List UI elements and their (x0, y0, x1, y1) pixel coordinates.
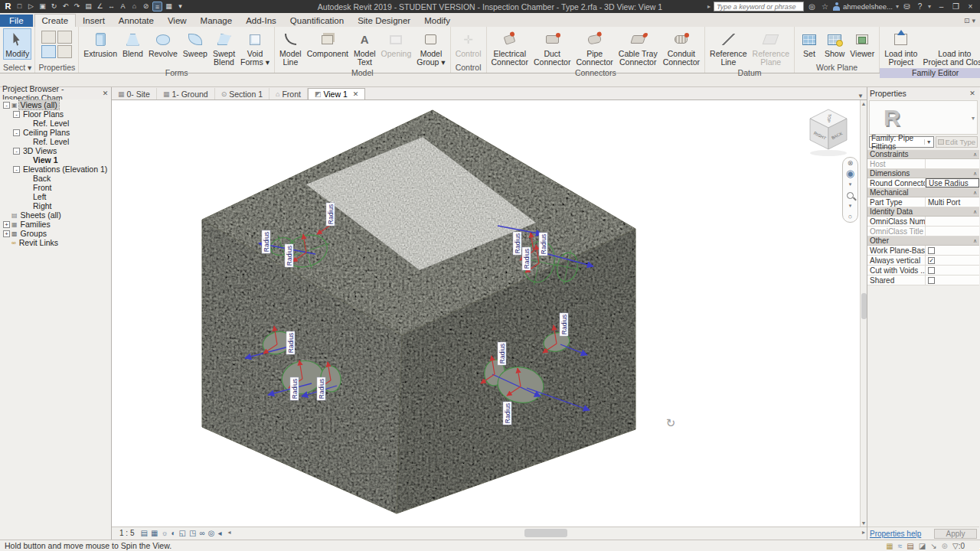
checkbox[interactable] (928, 267, 935, 274)
ribbon-tab-quantification[interactable]: Quantification (283, 15, 351, 27)
wheel-options-caret-icon[interactable]: ▾ (849, 181, 852, 188)
ribbon-tab-annotate[interactable]: Annotate (112, 15, 161, 27)
quick-access-toolbar[interactable]: R□▷▣↻↶↷▤∠↔A⌂⊘≡▦▾ (0, 2, 185, 11)
project-browser-close-icon[interactable]: ✕ (102, 90, 109, 97)
family-category-icon[interactable] (57, 45, 72, 58)
show-crop-icon[interactable]: ◳ (189, 529, 196, 537)
property-value[interactable] (926, 159, 979, 168)
conduit-connector-button[interactable]: ConduitConnector (661, 28, 702, 68)
apply-button[interactable]: Apply (934, 529, 977, 539)
viewer-button[interactable]: Viewer (848, 28, 877, 60)
worksets-icon[interactable]: ▦ (886, 542, 893, 550)
undo-icon[interactable]: ↶ (60, 2, 70, 11)
sun-path-icon[interactable]: ☼ (161, 529, 168, 537)
vertical-scrollbar[interactable]: ▲ ▼ (860, 100, 867, 527)
duct-connector-button[interactable]: DuctConnector (531, 28, 573, 68)
search-input[interactable] (714, 2, 804, 11)
default-3d-view-icon[interactable]: ⌂ (129, 2, 139, 11)
close-button[interactable]: × (963, 2, 978, 11)
property-section-other[interactable]: Other∧ (867, 236, 979, 246)
reveal-hidden-icon[interactable]: ◎ (208, 529, 215, 537)
username[interactable]: ahmedelshee... (843, 2, 893, 11)
ribbon-tab-create[interactable]: Create (34, 14, 77, 27)
properties-palette-icon[interactable] (41, 45, 56, 58)
inspection-chamber-solid[interactable] (202, 110, 635, 514)
collapse-icon[interactable]: - (3, 102, 10, 109)
type-selector-preview[interactable]: R ▾ (869, 100, 978, 135)
properties-close-icon[interactable]: ✕ (968, 90, 977, 97)
text-icon[interactable]: A (118, 2, 128, 11)
redo-icon[interactable]: ↷ (72, 2, 82, 11)
ribbon-tab-insert[interactable]: Insert (76, 15, 112, 27)
model-line-button[interactable]: ModelLine (277, 28, 304, 68)
editable-only-icon[interactable]: ≈ (898, 542, 903, 550)
view-cube[interactable]: TOPRIGHTBACK (810, 109, 847, 156)
user-menu-caret-icon[interactable]: ▾ (896, 3, 899, 10)
view-tab-list-caret-icon[interactable]: ▼ (854, 93, 867, 99)
3d-model-view[interactable]: RadiusRadiusRadiusRadiusRadiusRadiusRadi… (112, 100, 860, 527)
ribbon-toggle-icon[interactable]: ⊡ (964, 17, 970, 24)
new-icon[interactable]: □ (15, 2, 24, 11)
property-value[interactable] (926, 276, 979, 285)
scroll-right-icon[interactable]: ▸ (862, 529, 865, 536)
expand-icon[interactable]: + (3, 230, 10, 237)
property-value[interactable] (926, 217, 979, 226)
view-scale[interactable]: 1 : 5 (116, 528, 137, 538)
steering-wheel-icon[interactable]: ◉ (846, 170, 854, 178)
close-inactive-icon[interactable]: ▦ (164, 2, 174, 11)
view-tab-view-1[interactable]: ◩View 1✕ (308, 88, 365, 99)
property-section-mechanical[interactable]: Mechanical∧ (867, 188, 979, 197)
filter-icon[interactable]: ▽:0 (952, 542, 965, 550)
property-section-constraints[interactable]: Constraints∧ (867, 150, 979, 159)
ribbon-toggle-icon[interactable]: ▾ (972, 17, 975, 24)
sign-in-icon[interactable]: ☆ (820, 2, 830, 11)
navbar-handle-icon[interactable]: ○ (848, 213, 852, 220)
tree-item-view-1[interactable]: View 1 (0, 155, 111, 165)
tree-item-elevations-elevation-1[interactable]: -Elevations (Elevation 1) (0, 165, 111, 174)
tree-item-ceiling-plans[interactable]: -Ceiling Plans (0, 128, 111, 137)
visual-style-icon[interactable]: ▦ (151, 529, 158, 537)
sweep-button[interactable]: Sweep (181, 28, 210, 60)
section-collapse-icon[interactable]: ∧ (973, 238, 977, 244)
tree-item-left[interactable]: Left (0, 192, 111, 201)
project-browser-header[interactable]: Project Browser - Inspection Cham... ✕ (0, 87, 111, 99)
scroll-down-icon[interactable]: ▼ (861, 520, 867, 526)
zoom-tool-icon[interactable] (847, 192, 854, 199)
section-icon[interactable]: ⊘ (141, 2, 151, 11)
section-collapse-icon[interactable]: ∧ (973, 152, 977, 158)
reference-line-button[interactable]: ReferenceLine (707, 28, 749, 68)
model-group-button[interactable]: ModelGroup ▾ (414, 28, 447, 68)
type-selector-caret-icon[interactable]: ▾ (972, 115, 975, 122)
search-expand-icon[interactable]: ▸ (707, 3, 710, 10)
model-text-button[interactable]: AModelText (351, 28, 378, 68)
tree-item-revit-links[interactable]: ∞Revit Links (0, 238, 111, 247)
user-avatar-icon[interactable] (833, 2, 840, 11)
blend-button[interactable]: Blend (120, 28, 145, 60)
view-tab-section-1[interactable]: ⊙Section 1 (215, 88, 270, 99)
navigation-bar[interactable]: ⊗ ◉ ▾ ▾ ○ (842, 157, 858, 223)
properties-help-link[interactable]: Properties help (870, 530, 921, 538)
void-forms-button[interactable]: VoidForms ▾ (238, 28, 272, 68)
property-value[interactable]: ✓ (926, 256, 979, 265)
checkbox[interactable] (928, 277, 935, 284)
expand-icon[interactable]: + (3, 221, 10, 228)
tree-item-families[interactable]: +▦Families (0, 220, 111, 229)
view-control-collapse-icon[interactable]: ◂ (217, 529, 221, 537)
sync-icon[interactable]: ↻ (49, 2, 59, 11)
ribbon-tab-modify[interactable]: Modify (417, 15, 457, 27)
checkbox-checked[interactable]: ✓ (928, 257, 935, 264)
view-tab-close-icon[interactable]: ✕ (353, 90, 359, 98)
tree-item-back[interactable]: Back (0, 174, 111, 183)
open-icon[interactable]: ▷ (26, 2, 36, 11)
crop-view-icon[interactable]: ◱ (179, 529, 186, 537)
show-button[interactable]: Show (822, 28, 847, 60)
load-into-project-and-close-button[interactable]: Load intoProject and Close (920, 28, 980, 68)
horizontal-scrollbar[interactable]: ◂ ▸ (226, 527, 867, 539)
navbar-close-icon[interactable]: ⊗ (848, 159, 854, 167)
ribbon-tab-manage[interactable]: Manage (194, 15, 240, 27)
minimize-button[interactable]: – (934, 2, 949, 11)
property-section-identity-data[interactable]: Identity Data∧ (867, 207, 979, 217)
collapse-icon[interactable]: - (13, 166, 20, 173)
swept-blend-button[interactable]: SweptBlend (211, 28, 237, 68)
app-store-cart-icon[interactable]: ⛁ (902, 2, 912, 11)
